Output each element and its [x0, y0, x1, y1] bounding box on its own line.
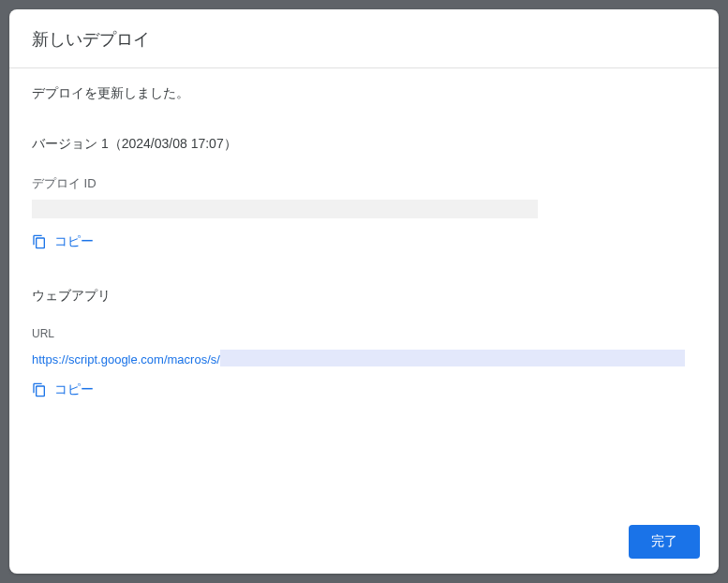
- webapp-url[interactable]: https://script.google.com/macros/s/: [32, 352, 220, 366]
- dialog-footer: 完了: [9, 509, 719, 574]
- copy-url-button[interactable]: コピー: [32, 378, 94, 402]
- copy-deploy-id-button[interactable]: コピー: [32, 230, 94, 254]
- webapp-url-redacted[interactable]: [220, 350, 685, 366]
- deploy-id-value[interactable]: [32, 200, 538, 218]
- url-label: URL: [32, 327, 696, 340]
- dialog-title: 新しいデプロイ: [32, 28, 696, 51]
- version-info: バージョン 1（2024/03/08 17:07）: [32, 136, 696, 153]
- dialog-header: 新しいデプロイ: [9, 9, 719, 68]
- copy-label: コピー: [54, 233, 94, 250]
- copy-icon: [32, 382, 47, 397]
- done-button[interactable]: 完了: [629, 525, 700, 559]
- copy-icon: [32, 234, 47, 249]
- dialog-body: デプロイを更新しました。 バージョン 1（2024/03/08 17:07） デ…: [9, 68, 719, 509]
- deploy-dialog: 新しいデプロイ デプロイを更新しました。 バージョン 1（2024/03/08 …: [9, 9, 719, 574]
- webapp-section-title: ウェブアプリ: [32, 288, 696, 305]
- copy-label: コピー: [54, 381, 94, 398]
- status-message: デプロイを更新しました。: [32, 85, 696, 102]
- deploy-id-label: デプロイ ID: [32, 175, 696, 192]
- url-row: https://script.google.com/macros/s/: [32, 350, 696, 370]
